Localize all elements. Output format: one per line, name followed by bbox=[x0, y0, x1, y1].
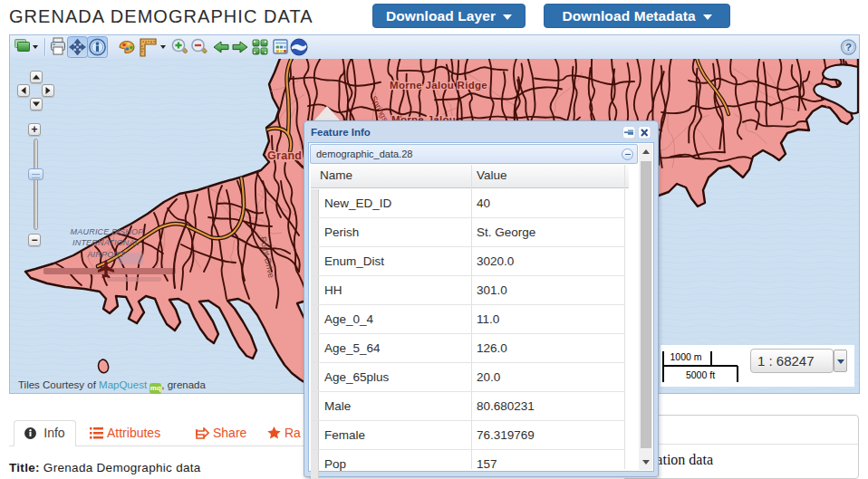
svg-text:INTERNATIONAL: INTERNATIONAL bbox=[72, 238, 140, 247]
svg-text:1000 m: 1000 m bbox=[670, 351, 701, 362]
svg-text:Morne Jalou Ridge: Morne Jalou Ridge bbox=[390, 80, 487, 91]
svg-text:Grand: Grand bbox=[267, 149, 302, 162]
svg-text:AIRPORT: AIRPORT bbox=[86, 250, 126, 259]
svg-text:MAURICE BISHOP: MAURICE BISHOP bbox=[71, 227, 144, 236]
svg-text:5000 ft: 5000 ft bbox=[686, 369, 715, 380]
svg-text:?: ? bbox=[845, 42, 852, 53]
